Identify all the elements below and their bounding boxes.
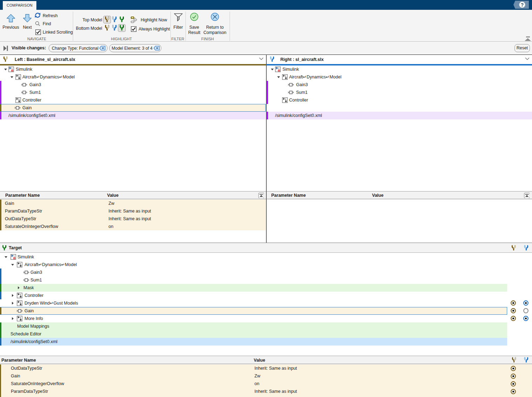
svg-text:?: ?: [521, 2, 524, 8]
